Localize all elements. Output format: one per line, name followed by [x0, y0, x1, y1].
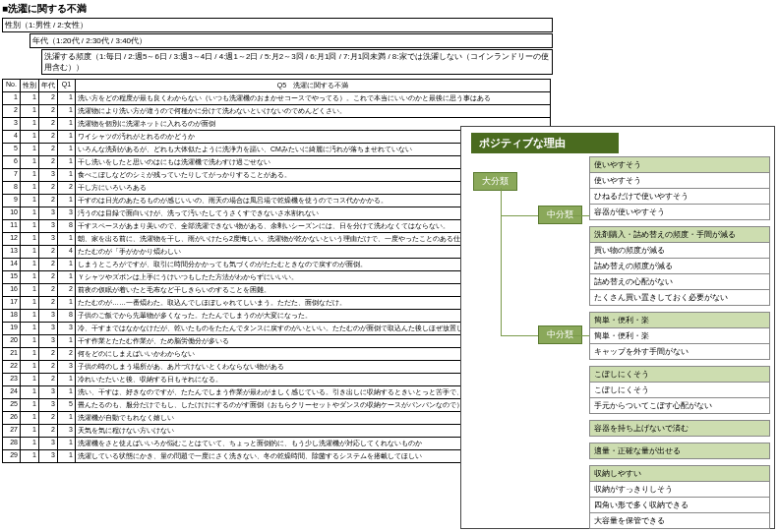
cell-no: 8	[3, 182, 21, 195]
group-item: たくさん買い置きしておく必要がない	[589, 290, 770, 306]
tree-line	[501, 335, 538, 336]
cell-sex: 1	[21, 92, 39, 105]
cell-age: 3	[39, 335, 58, 348]
cell-no: 26	[3, 412, 21, 425]
cell-age: 3	[39, 438, 58, 450]
cell-age: 3	[39, 386, 58, 399]
cell-sex: 1	[21, 310, 39, 323]
cell-age: 3	[39, 399, 58, 412]
right-panel: ポジティブな理由 大分類 中分類 中分類 使いやすそう使いやすそうひねるだけで使…	[460, 126, 775, 529]
group-item: 容器が使いやすそう	[589, 205, 770, 220]
cell-age: 3	[39, 233, 58, 246]
group-item: 簡単・便利・楽	[589, 328, 770, 344]
cell-no: 15	[3, 271, 21, 284]
cell-no: 25	[3, 399, 21, 412]
cell-sex: 1	[21, 144, 39, 156]
cell-sex: 1	[21, 412, 39, 425]
cell-no: 12	[3, 233, 21, 246]
cell-age: 2	[39, 259, 58, 271]
cell-q1: 1	[58, 450, 76, 463]
cell-sex: 1	[21, 118, 39, 131]
cell-age: 2	[39, 92, 58, 105]
cell-sex: 1	[21, 450, 39, 463]
cell-age: 2	[39, 361, 58, 374]
cell-age: 3	[39, 220, 58, 233]
cell-no: 9	[3, 195, 21, 207]
cell-q1: 1	[58, 438, 76, 450]
cell-no: 1	[3, 92, 21, 105]
cell-sex: 1	[21, 297, 39, 310]
cell-sex: 1	[21, 335, 39, 348]
cell-q1: 2	[58, 284, 76, 297]
section-title: ■洗濯に関する不満	[2, 2, 553, 16]
cell-age: 2	[39, 156, 58, 169]
group-item: 収納がすっきりしそう	[589, 482, 770, 498]
cell-age: 2	[39, 246, 58, 259]
cell-sex: 1	[21, 271, 39, 284]
cell-age: 2	[39, 425, 58, 438]
cell-sex: 1	[21, 105, 39, 118]
cell-age: 2	[39, 348, 58, 361]
cell-sex: 1	[21, 207, 39, 220]
cell-q1: 8	[58, 310, 76, 323]
group-item: 四角い形で多く収納できる	[589, 498, 770, 513]
table-row: 1121洗い方をどの程度が最も良くわからない（いつも洗濯機のおまかせコースでやっ…	[3, 92, 551, 105]
cell-q1: 1	[58, 374, 76, 386]
group-head: こぼしにくそう	[589, 366, 770, 383]
cell-age: 2	[39, 297, 58, 310]
cell-sex: 1	[21, 425, 39, 438]
cell-age: 3	[39, 169, 58, 182]
cell-q1: 3	[58, 361, 76, 374]
cell-no: 21	[3, 348, 21, 361]
cell-sex: 1	[21, 169, 39, 182]
table-header: No. 性別 年代 Q1 Q5 洗濯に関する不満	[3, 80, 551, 92]
group-head: 収納しやすい	[589, 465, 770, 482]
cell-q1: 3	[58, 425, 76, 438]
col-age: 年代	[39, 80, 58, 92]
cell-no: 22	[3, 361, 21, 374]
cell-no: 16	[3, 284, 21, 297]
cell-no: 5	[3, 144, 21, 156]
cell-q1: 5	[58, 399, 76, 412]
cell-age: 3	[39, 323, 58, 335]
col-no: No.	[3, 80, 21, 92]
cell-sex: 1	[21, 233, 39, 246]
cell-q1: 1	[58, 195, 76, 207]
group-item: 大容量を保管できる	[589, 513, 770, 529]
cell-q1: 2	[58, 182, 76, 195]
cell-q1: 1	[58, 156, 76, 169]
group-item: 使いやすそう	[589, 173, 770, 189]
cell-no: 28	[3, 438, 21, 450]
tree-line	[501, 215, 538, 216]
group-item: 詰め替えの頻度が減る	[589, 259, 770, 274]
group-item: 手元からついてこぼす心配がない	[589, 398, 770, 414]
group-item: ひねるだけで使いやすそう	[589, 189, 770, 205]
cell-no: 23	[3, 374, 21, 386]
table-row: 2121洗濯物により洗い方が違うので何種かに分けて洗わないといけないのでめんどく…	[3, 105, 551, 118]
cell-no: 20	[3, 335, 21, 348]
cell-no: 29	[3, 450, 21, 463]
cell-q1: 1	[58, 271, 76, 284]
cell-no: 7	[3, 169, 21, 182]
cell-no: 24	[3, 386, 21, 399]
cell-sex: 1	[21, 438, 39, 450]
cell-sex: 1	[21, 323, 39, 335]
cell-q1: 3	[58, 207, 76, 220]
cell-age: 2	[39, 105, 58, 118]
cell-sex: 1	[21, 386, 39, 399]
right-title: ポジティブな理由	[471, 133, 619, 153]
cell-age: 2	[39, 195, 58, 207]
cell-age: 2	[39, 118, 58, 131]
cell-no: 27	[3, 425, 21, 438]
tree-line	[569, 215, 589, 216]
cell-q5: 洗濯物により洗い方が違うので何種かに分けて洗わないといけないのでめんどくさい。	[76, 105, 551, 118]
group-head: 簡単・便利・楽	[589, 312, 770, 328]
cell-age: 3	[39, 207, 58, 220]
cell-q1: 1	[58, 335, 76, 348]
cell-q1: 2	[58, 348, 76, 361]
col-q1: Q1	[58, 80, 76, 92]
tree-line	[501, 188, 502, 335]
cell-no: 18	[3, 310, 21, 323]
group-item: こぼしにくそう	[589, 383, 770, 398]
cell-sex: 1	[21, 182, 39, 195]
